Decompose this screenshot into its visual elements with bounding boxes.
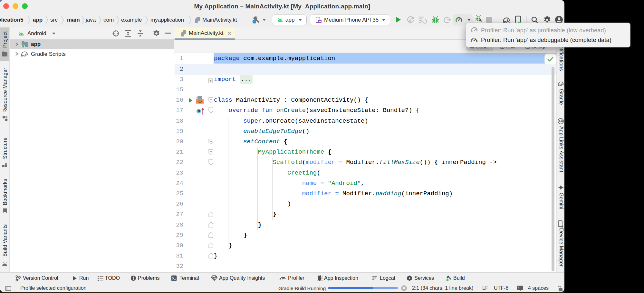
svg-text:A: A: [409, 19, 411, 23]
svg-text:<>: <>: [197, 100, 202, 104]
